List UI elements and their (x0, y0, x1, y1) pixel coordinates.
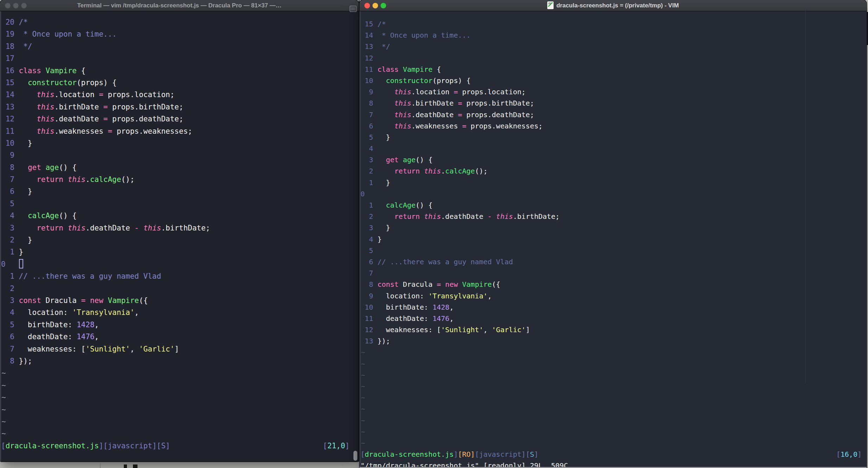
code-line[interactable]: 13 this.birthDate = props.birthDate; (1, 101, 359, 113)
titlebar-left[interactable]: Terminal — vim /tmp/dracula-screenshot.j… (0, 0, 359, 11)
code-token: birthDate: (377, 303, 433, 311)
code-token (19, 211, 28, 220)
tilde-glyph: ~ (1, 393, 6, 401)
number-gap (373, 269, 377, 277)
code-line[interactable]: 2 (1, 283, 359, 295)
code-token: this (37, 103, 55, 111)
code-line[interactable]: 1 } (1, 246, 359, 258)
code-line[interactable]: 1 calcAge() { (360, 200, 867, 211)
tilde-glyph: ~ (1, 369, 6, 377)
line-number: 6 (1, 185, 14, 197)
code-line[interactable]: 2 } (1, 234, 359, 246)
code-line[interactable]: 14 * Once upon a time... (360, 30, 867, 41)
code-line[interactable]: 5 } (360, 132, 867, 143)
code-line[interactable]: 9 (1, 149, 359, 161)
code-line[interactable]: 2 return this.calcAge(); (360, 165, 867, 177)
code-line[interactable]: 3 return this.deathDate - this.birthDate… (1, 222, 359, 234)
code-line[interactable]: 1 // ...there was a guy named Vlad (1, 270, 359, 282)
line-number: 6 (1, 331, 14, 343)
code-line[interactable]: 5 (1, 198, 359, 210)
tilde-line: ~ (1, 404, 359, 416)
code-line[interactable]: 9 this.location = props.location; (360, 86, 867, 97)
code-line[interactable]: 12 (360, 52, 867, 64)
code-line[interactable]: 2 return this.deathDate - this.birthDate… (360, 211, 867, 222)
code-line[interactable]: 3 get age() { (360, 154, 867, 165)
code-line[interactable]: 11 deathDate: 1476, (360, 313, 867, 324)
code-line[interactable]: 19 * Once upon a time... (1, 28, 359, 40)
code-line[interactable]: 5 birthDate: 1428, (1, 319, 359, 331)
code-token: return (394, 167, 420, 175)
code-line[interactable]: 6 this.weaknesses = props.weaknesses; (360, 120, 867, 132)
code-line[interactable]: 13 }); (360, 335, 867, 347)
desktop: { "left_window": { "title": "Terminal — … (0, 0, 868, 468)
line-number: 5 (360, 132, 373, 143)
code-line[interactable]: 4 (360, 143, 867, 154)
code-line[interactable]: 10 birthDate: 1428, (360, 302, 867, 313)
code-line[interactable]: 17 (1, 52, 359, 64)
code-line[interactable]: 6 // ...there was a guy named Vlad (360, 256, 867, 267)
code-line[interactable]: 3 } (360, 222, 867, 233)
number-gap (14, 333, 19, 341)
code-token: age (403, 156, 415, 164)
code-line[interactable]: 8 this.birthDate = props.birthDate; (360, 97, 867, 109)
code-line[interactable]: 8 get age() { (1, 162, 359, 173)
code-line[interactable]: 11 this.weaknesses = props.weaknesses; (1, 125, 359, 137)
code-line[interactable]: 6 deathDate: 1476, (1, 331, 359, 343)
code-line[interactable]: 0 (1, 258, 359, 270)
code-line[interactable]: 6 } (1, 185, 359, 197)
number-gap (14, 139, 19, 147)
scrollbar-thumb[interactable] (353, 451, 357, 461)
number-gap (14, 187, 19, 196)
code-line[interactable]: 8 }); (1, 355, 359, 367)
code-token: , (95, 321, 99, 329)
code-line[interactable]: 3 const Dracula = new Vampire({ (1, 295, 359, 306)
code-line[interactable]: 13 */ (360, 41, 867, 52)
code-line[interactable]: 1 } (360, 177, 867, 188)
number-gap (14, 115, 19, 123)
cursor-position: 16,0 (841, 449, 857, 460)
line-number: 17 (1, 52, 14, 64)
code-token (41, 163, 46, 172)
vim-buffer-left[interactable]: 20 /*19 * Once upon a time...18 */17 16 … (0, 11, 359, 462)
number-gap (373, 76, 377, 85)
tilde-line: ~ (1, 428, 359, 439)
line-number: 1 (360, 200, 373, 211)
number-gap (14, 272, 19, 280)
code-line[interactable]: 20 /* (1, 16, 359, 28)
split-pane-icon[interactable] (350, 6, 357, 12)
code-line[interactable]: 10 } (1, 137, 359, 149)
code-line[interactable]: 0 (360, 188, 867, 200)
code-line[interactable]: 4 } (360, 234, 867, 245)
code-line[interactable]: 7 return this.calcAge(); (1, 173, 359, 185)
code-line[interactable]: 9 location: 'Transylvania', (360, 290, 867, 302)
code-line[interactable]: 14 this.location = props.location; (1, 89, 359, 101)
code-token: props.location; (458, 88, 526, 96)
code-token: () { (416, 156, 433, 164)
code-token (63, 175, 68, 184)
line-number: 11 (360, 313, 373, 324)
code-token: .birthDate (55, 103, 103, 111)
code-line[interactable]: 10 constructor(props) { (360, 75, 867, 86)
line-number: 6 (360, 120, 373, 132)
tilde-glyph: ~ (1, 381, 6, 390)
code-line[interactable]: 15 constructor(props) { (1, 77, 359, 89)
vim-buffer-right[interactable]: 15 /*14 * Once upon a time...13 */12 11 … (359, 11, 867, 468)
code-line[interactable]: 7 (360, 267, 867, 279)
code-line[interactable]: 11 class Vampire { (360, 64, 867, 75)
titlebar-right[interactable]: JSdracula-screenshot.js = (/private/tmp)… (359, 0, 867, 11)
code-line[interactable]: 12 weaknesses: ['Sunlight', 'Garlic'] (360, 324, 867, 335)
code-line[interactable]: 8 const Dracula = new Vampire({ (360, 279, 867, 290)
code-token: 'Garlic' (139, 345, 174, 353)
code-line[interactable]: 5 (360, 245, 867, 256)
code-line[interactable]: 7 this.deathDate = props.deathDate; (360, 109, 867, 120)
code-line[interactable]: 12 this.deathDate = props.deathDate; (1, 113, 359, 125)
code-token: const (19, 296, 41, 305)
code-line[interactable]: 15 /* (360, 18, 867, 30)
code-token: Vampire (45, 67, 77, 75)
code-line[interactable]: 18 */ (1, 40, 359, 52)
code-line[interactable]: 7 weaknesses: ['Sunlight', 'Garlic'] (1, 343, 359, 355)
code-line[interactable]: 16 class Vampire { (1, 65, 359, 77)
code-line[interactable]: 4 calcAge() { (1, 210, 359, 222)
code-line[interactable]: 4 location: 'Transylvania', (1, 306, 359, 318)
tilde-line: ~ (1, 379, 359, 391)
